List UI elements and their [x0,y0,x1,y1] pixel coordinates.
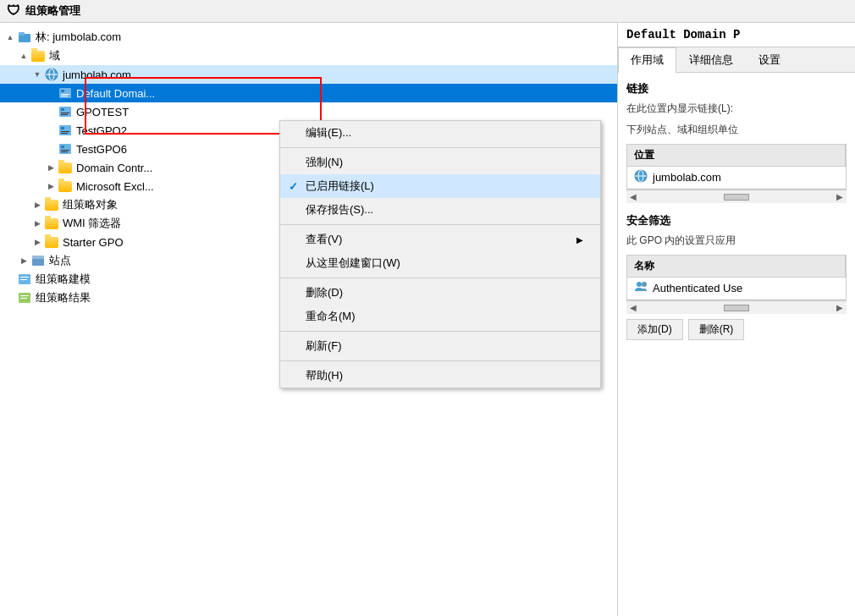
tab-scope[interactable]: 作用域 [618,47,676,73]
domain-icon [30,48,46,63]
scroll-left[interactable]: ◀ [630,192,637,201]
refresh-label: 刷新(F) [306,338,342,354]
context-refresh[interactable]: 刷新(F) [280,334,600,358]
location-table-body: jumbolab.com [626,166,847,190]
wmi-label: WMI 筛选器 [63,216,121,231]
tree-gpotest[interactable]: GPOTEST [0,102,617,121]
edit-label: 编辑(E)... [306,125,351,140]
enforce-label: 强制(N) [306,155,343,170]
svg-rect-24 [20,277,29,278]
rename-label: 重命名(M) [306,309,356,324]
security-row-auth-user[interactable]: Authenticated Use [627,278,846,300]
tree-forest[interactable]: ▲ 林: jumbolab.com [0,28,617,47]
context-edit[interactable]: 编辑(E)... [280,121,600,145]
context-link-enabled[interactable]: 已启用链接(L) [280,174,600,198]
security-buttons: 添加(D) 删除(R) [626,319,847,340]
security-scroll-right[interactable]: ▶ [836,303,843,312]
svg-rect-9 [59,107,71,117]
new-window-label: 从这里创建窗口(W) [306,256,400,271]
testgpo2-icon [58,123,73,138]
forest-label: 林: jumbolab.com [36,30,121,45]
starter-toggle[interactable]: ▶ [30,235,44,249]
context-view[interactable]: 查看(V) ▶ [280,228,600,251]
context-save-report[interactable]: 保存报告(S)... [280,198,600,222]
view-label: 查看(V) [306,232,342,247]
location-header: 位置 [626,144,847,166]
svg-rect-25 [20,279,27,280]
context-rename[interactable]: 重命名(M) [280,305,600,328]
tab-scope-label: 作用域 [631,53,664,66]
security-filter-desc: 此 GPO 内的设置只应用 [626,234,847,248]
add-button[interactable]: 添加(D) [626,319,683,340]
svg-rect-5 [59,88,71,98]
sites-label: 站点 [49,253,71,268]
tab-details[interactable]: 详细信息 [676,47,746,72]
svg-rect-15 [61,131,69,132]
sites-toggle[interactable]: ▶ [17,254,30,267]
default-domain-icon [58,85,73,101]
separator-1 [280,147,600,148]
location-domain-icon [634,169,648,185]
msexcl-folder-icon [58,179,73,194]
svg-rect-18 [61,146,64,148]
scroll-right[interactable]: ▶ [836,192,843,201]
msexcl-label: Microsoft Excl... [76,180,154,193]
security-header: 名称 [626,255,847,277]
gpo-objects-folder-icon [44,197,59,212]
gpotest-icon [58,104,73,119]
main-layout: ▲ 林: jumbolab.com ▲ 域 ▼ [0,23,855,616]
location-scrollbar[interactable]: ◀ ▶ [626,190,847,203]
right-title: Default Domain P [618,23,855,47]
links-desc: 在此位置内显示链接(L): [626,102,847,116]
tree-domain-group[interactable]: ▲ 域 [0,47,617,65]
tree-domain[interactable]: ▼ jumbolab.com [0,65,617,84]
msexcl-toggle[interactable]: ▶ [44,179,58,193]
policy-modeling-icon [17,272,32,287]
security-filter-title: 安全筛选 [626,213,847,228]
domain-name: jumbolab.com [63,69,131,81]
context-delete[interactable]: 删除(D) [280,281,600,305]
svg-rect-11 [61,113,69,113]
sites-icon [30,253,46,268]
security-scroll-left[interactable]: ◀ [630,303,637,312]
location-table: 位置 jumbolab.com ◀ ▶ [626,144,847,203]
svg-rect-7 [61,94,69,95]
domain-toggle[interactable]: ▲ [17,49,30,63]
starter-label: Starter GPO [63,236,124,249]
link-enabled-label: 已启用链接(L) [306,179,374,194]
tab-settings[interactable]: 设置 [746,47,793,72]
svg-rect-12 [61,114,68,115]
svg-rect-28 [20,298,27,299]
testgpo2-label: TestGPO2 [76,124,127,137]
wmi-folder-icon [44,216,59,231]
security-scrollbar[interactable]: ◀ ▶ [626,300,847,314]
context-menu: 编辑(E)... 强制(N) 已启用链接(L) 保存报告(S)... 查看(V)… [279,120,601,388]
policy-results-icon [17,290,32,305]
context-enforce[interactable]: 强制(N) [280,151,600,174]
svg-rect-22 [32,256,44,259]
gpo-objects-label: 组策略对象 [63,197,118,212]
dc-toggle[interactable]: ▶ [44,161,58,174]
testgpo6-icon [58,141,73,157]
svg-rect-6 [61,90,64,92]
left-panel: ▲ 林: jumbolab.com ▲ 域 ▼ [0,23,618,616]
delete-button[interactable]: 删除(R) [688,319,745,340]
location-value: jumbolab.com [653,171,721,184]
security-scroll-thumb [724,305,749,311]
forest-toggle[interactable]: ▲ [3,30,17,44]
domain-expand[interactable]: ▼ [30,68,44,81]
svg-rect-1 [19,32,25,36]
context-new-window[interactable]: 从这里创建窗口(W) [280,251,600,275]
gpo-objects-toggle[interactable]: ▶ [30,198,44,212]
security-table-body: Authenticated Use [626,277,847,300]
scroll-thumb [724,194,749,201]
links-sub-desc: 下列站点、域和组织单位 [626,123,847,137]
tree-default-domain[interactable]: Default Domai... [0,84,617,102]
gpotest-label: GPOTEST [76,106,129,118]
dc-label: Domain Contr... [76,162,152,174]
svg-point-33 [642,282,647,287]
default-domain-label: Default Domai... [76,87,155,100]
location-row: jumbolab.com [627,167,846,189]
context-help[interactable]: 帮助(H) [280,364,600,388]
wmi-toggle[interactable]: ▶ [30,217,44,230]
